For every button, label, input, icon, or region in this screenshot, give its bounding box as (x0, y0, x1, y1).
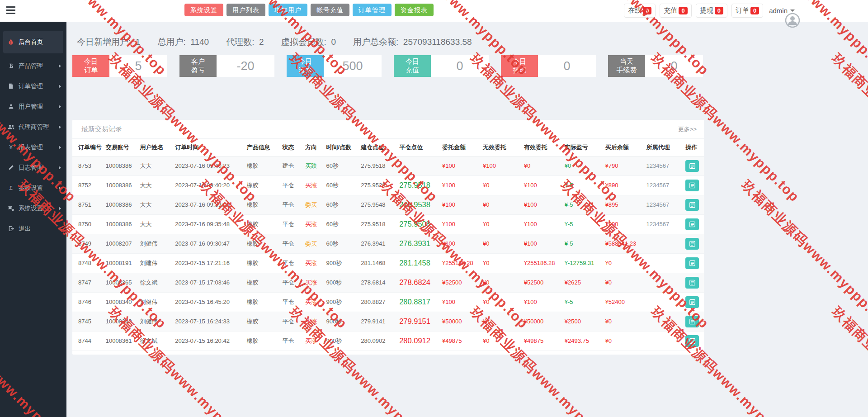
agent: 1234567 (644, 214, 684, 234)
status: 平仓 (280, 331, 303, 351)
op-cell (683, 175, 704, 195)
nav-button-3[interactable]: 帐号充值 (311, 4, 349, 16)
column-header: 平仓点位 (397, 139, 440, 156)
detail-button[interactable] (685, 160, 699, 172)
account: 10008340 (104, 292, 138, 312)
orders-icon (7, 83, 15, 89)
sidebar-item-5[interactable]: ¥报表管理 (0, 137, 66, 157)
user-icon (7, 104, 15, 109)
quick-nav-buttons: 系统设置用户列表增加用户帐号充值订单管理资金报表 (184, 4, 434, 16)
account: 10008340 (104, 312, 138, 331)
nav-button-2[interactable]: 增加用户 (269, 4, 307, 16)
status-badge[interactable]: 订单0 (731, 4, 763, 18)
direction: 买涨 (303, 175, 324, 195)
more-link[interactable]: 更多>> (678, 125, 697, 133)
direction: 买涨 (303, 214, 324, 234)
period: 900秒 (324, 312, 359, 331)
sidebar-item-2[interactable]: 订单管理 (0, 76, 66, 96)
product: 橡胶 (245, 195, 280, 214)
sidebar-item-label: 系统设置 (19, 204, 43, 213)
period: 900秒 (324, 253, 359, 273)
detail-button[interactable] (685, 199, 699, 211)
sidebar-item-1[interactable]: 产品管理 (0, 56, 66, 76)
column-header: 状态 (280, 139, 303, 156)
user-name: 大大 (137, 214, 173, 234)
user-name: 大大 (137, 156, 173, 175)
open-point: 280.8827 (359, 292, 397, 312)
detail-button[interactable] (685, 180, 699, 191)
stat-card-value: 0 (538, 55, 596, 77)
nav-button-1[interactable]: 用户列表 (226, 4, 265, 16)
balance-after: ¥900 (603, 214, 644, 234)
bitcoin-icon (7, 63, 15, 69)
sidebar-item-9[interactable]: 退出 (0, 218, 66, 239)
invalid-entrust: ¥0 (481, 175, 522, 195)
badge-count: 0 (750, 7, 759, 14)
stat-cards-row: 今日订单5客户盈亏-20今日流水500今日充值0今日提现0当天手续费0 (72, 55, 868, 77)
nav-button-4[interactable]: 订单管理 (353, 4, 392, 16)
stat-card-4: 今日提现0 (501, 55, 596, 77)
sidebar-item-label: 代理商管理 (19, 123, 49, 131)
logout-icon (7, 226, 15, 232)
actual-profit: ¥-12759.31 (562, 253, 603, 273)
hamburger-menu-icon[interactable] (6, 6, 16, 14)
detail-button[interactable] (685, 238, 699, 250)
order-time: 2023-07-15 16:45:20 (173, 292, 245, 312)
detail-button[interactable] (685, 296, 699, 308)
status-badge[interactable]: 在线0 (624, 4, 656, 18)
invalid-entrust: ¥0 (481, 312, 522, 331)
sidebar-item-4[interactable]: 代理商管理 (0, 117, 66, 137)
detail-button[interactable] (685, 335, 699, 347)
order-time: 2023-07-16 09:40:20 (173, 175, 245, 195)
nav-button-5[interactable]: 资金报表 (395, 4, 434, 16)
entrust-amount: ¥100 (440, 214, 481, 234)
yen-icon: ¥ (7, 144, 15, 151)
nav-button-0[interactable]: 系统设置 (184, 4, 223, 16)
user-name: 大大 (137, 175, 173, 195)
actual-profit: ¥-5 (562, 292, 603, 312)
status: 平仓 (280, 234, 303, 253)
sidebar-item-0[interactable]: 后台首页 (3, 31, 63, 53)
sidebar-item-8[interactable]: 系统设置 (0, 198, 66, 218)
open-point: 275.9518 (359, 214, 397, 234)
user-name: 刘健伟 (137, 312, 173, 331)
direction: 委买 (303, 234, 324, 253)
column-header: 无效委托 (481, 139, 522, 156)
chevron-right-icon (59, 146, 61, 149)
column-header: 有效委托 (522, 139, 562, 156)
open-point: 275.9528 (359, 175, 397, 195)
order-id: 8751 (72, 195, 104, 214)
valid-entrust: ¥100 (522, 214, 562, 234)
order-id: 8745 (72, 312, 104, 331)
status-badge[interactable]: 充值0 (660, 4, 691, 18)
sidebar-item-7[interactable]: £参数设置 (0, 178, 66, 198)
badge-count: 0 (643, 7, 651, 14)
status: 平仓 (280, 273, 303, 292)
status: 平仓 (280, 214, 303, 234)
stat-card-label: 今日流水 (287, 55, 324, 77)
order-id: 8744 (72, 331, 104, 351)
sidebar-item-3[interactable]: 用户管理 (0, 96, 66, 117)
agent: 1234567 (644, 175, 684, 195)
stat-card-5: 当天手续费0 (608, 55, 703, 77)
entrust-amount: ¥100 (440, 292, 481, 312)
user-name: 大大 (137, 195, 173, 214)
product: 橡胶 (245, 214, 280, 234)
valid-entrust: ¥100 (522, 175, 562, 195)
trades-table: 订单编号交易账号用户姓名订单时间产品信息状态方向时间/点数建仓点位平仓点位委托金… (72, 139, 704, 351)
badge-label: 在线 (628, 6, 642, 15)
stat-card-2: 今日流水500 (287, 55, 382, 77)
valid-entrust: ¥0 (522, 156, 562, 175)
stat-card-value: 0 (431, 55, 489, 77)
stat-item: 用户总余额: 257093118633.58 (353, 36, 472, 48)
invalid-entrust: ¥0 (481, 214, 522, 234)
detail-button[interactable] (685, 316, 699, 327)
status: 平仓 (280, 312, 303, 331)
detail-button[interactable] (685, 218, 699, 230)
sidebar-item-label: 订单管理 (19, 82, 43, 90)
status-badge[interactable]: 提现0 (696, 4, 727, 18)
close-point (397, 156, 440, 175)
detail-button[interactable] (685, 257, 699, 269)
sidebar-item-6[interactable]: 日志管理 (0, 157, 66, 178)
detail-button[interactable] (685, 277, 699, 289)
